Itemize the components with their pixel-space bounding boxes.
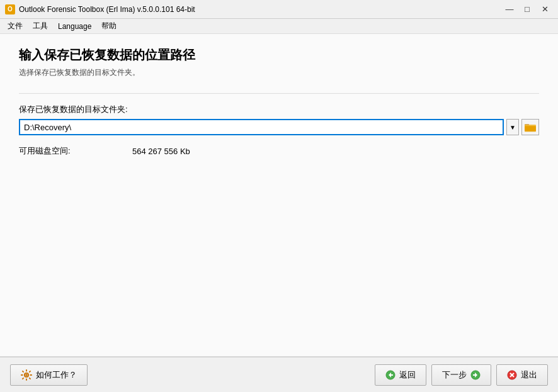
back-label: 返回 — [399, 369, 416, 381]
disk-space-row: 可用磁盘空间: 564 267 556 Kb — [19, 145, 539, 157]
back-icon — [385, 370, 396, 380]
page-title: 输入保存已恢复数据的位置路径 — [19, 47, 539, 64]
main-content: 输入保存已恢复数据的位置路径 选择保存已恢复数据的目标文件夹。 保存已恢复数据的… — [0, 34, 558, 357]
menu-bar: 文件 工具 Language 帮助 — [0, 19, 558, 34]
menu-help[interactable]: 帮助 — [96, 20, 122, 33]
minimize-button[interactable]: — — [501, 3, 518, 16]
exit-icon — [507, 370, 517, 380]
maximize-button[interactable]: □ — [519, 3, 535, 16]
chevron-down-icon: ▼ — [510, 124, 516, 131]
folder-label: 保存已恢复数据的目标文件夹: — [19, 104, 539, 115]
footer: 如何工作？ 返回 下一步 退出 — [0, 357, 558, 392]
svg-point-5 — [25, 374, 28, 376]
title-bar-controls: — □ ✕ — [501, 3, 553, 16]
disk-space-value: 564 267 556 Kb — [132, 147, 190, 156]
next-label: 下一步 — [442, 369, 467, 381]
exit-button[interactable]: 退出 — [496, 364, 548, 386]
exit-label: 退出 — [521, 369, 537, 381]
path-input-row: ▼ — [19, 119, 539, 135]
page-subtitle: 选择保存已恢复数据的目标文件夹。 — [19, 67, 539, 78]
app-icon: O — [5, 4, 15, 14]
folder-icon — [525, 122, 536, 132]
browse-folder-button[interactable] — [521, 119, 539, 135]
close-button[interactable]: ✕ — [537, 3, 553, 16]
how-it-works-label: 如何工作？ — [36, 369, 77, 381]
svg-rect-3 — [525, 126, 536, 131]
next-button[interactable]: 下一步 — [431, 364, 491, 386]
dropdown-button[interactable]: ▼ — [506, 119, 519, 135]
next-icon — [470, 370, 481, 380]
footer-left: 如何工作？ — [10, 364, 370, 386]
menu-language[interactable]: Language — [53, 21, 96, 32]
how-it-works-button[interactable]: 如何工作？ — [10, 364, 88, 386]
footer-right: 返回 下一步 退出 — [375, 364, 548, 386]
menu-file[interactable]: 文件 — [3, 20, 28, 33]
gear-icon — [21, 369, 32, 381]
path-input[interactable] — [19, 119, 504, 135]
back-button[interactable]: 返回 — [375, 364, 426, 386]
title-bar-text: Outlook Forensic Toolbox (Erl Ima) v.5.0… — [19, 5, 501, 14]
separator — [19, 93, 539, 94]
menu-tools[interactable]: 工具 — [28, 20, 53, 33]
disk-space-label: 可用磁盘空间: — [19, 145, 94, 157]
title-bar: O Outlook Forensic Toolbox (Erl Ima) v.5… — [0, 0, 558, 19]
